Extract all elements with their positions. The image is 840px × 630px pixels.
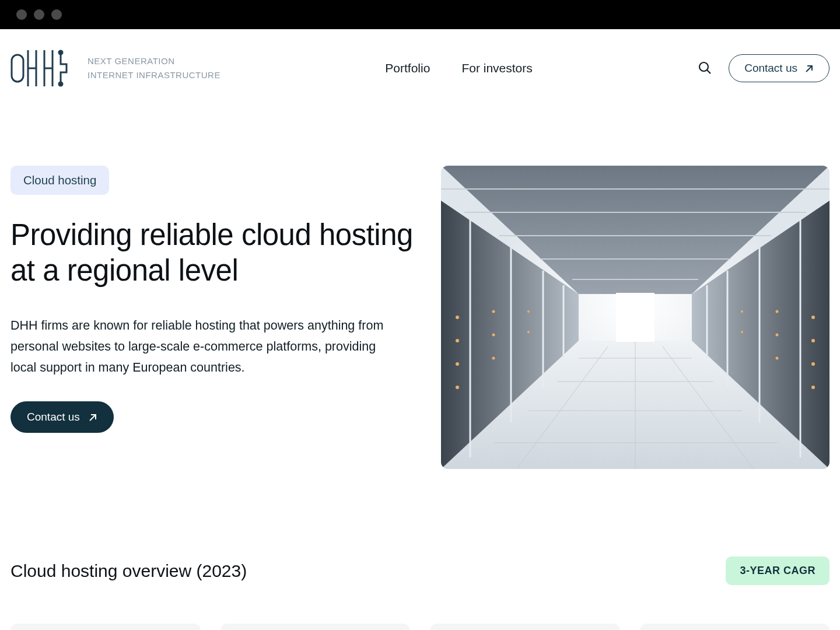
svg-point-54: [741, 310, 743, 313]
stat-card-italy: Italy: [220, 624, 411, 630]
logo-block: NEXT GENERATION INTERNET INFRASTRUCTURE: [10, 47, 220, 90]
stat-card-total-revenue: Total revenue: [10, 624, 201, 630]
svg-point-50: [811, 386, 815, 389]
hero-section: Cloud hosting Providing reliable cloud h…: [0, 90, 840, 469]
svg-point-48: [811, 339, 815, 342]
nav-investors[interactable]: For investors: [461, 61, 532, 75]
header-contact-button[interactable]: Contact us: [729, 54, 830, 82]
svg-point-51: [776, 310, 779, 313]
hero-description: DHH firms are known for reliable hosting…: [10, 315, 396, 378]
svg-point-8: [59, 82, 62, 86]
brand-logo[interactable]: [10, 47, 70, 90]
arrow-up-right-icon: [88, 412, 97, 422]
svg-point-9: [699, 62, 708, 71]
svg-point-53: [776, 357, 779, 360]
window-dot: [34, 9, 44, 20]
svg-point-41: [456, 386, 459, 389]
svg-line-11: [806, 66, 812, 72]
svg-point-39: [456, 339, 459, 342]
tagline-line-1: NEXT GENERATION: [88, 54, 220, 68]
stat-card-croatia: Croatia: [640, 624, 830, 630]
browser-chrome-bar: [0, 0, 840, 29]
window-dot: [51, 9, 62, 20]
header-actions: Contact us: [697, 54, 830, 82]
svg-line-12: [90, 415, 96, 421]
contact-label: Contact us: [27, 411, 80, 424]
svg-point-55: [741, 331, 743, 333]
contact-label: Contact us: [744, 62, 797, 75]
svg-rect-0: [12, 55, 23, 82]
search-button[interactable]: [697, 61, 712, 76]
svg-point-7: [59, 51, 62, 54]
svg-point-43: [492, 334, 495, 337]
window-dot: [16, 9, 27, 20]
hero-content: Cloud hosting Providing reliable cloud h…: [10, 166, 414, 433]
category-tag: Cloud hosting: [10, 166, 109, 195]
search-icon: [698, 61, 712, 76]
stat-card-slovenia: Slovenia: [430, 624, 620, 630]
svg-point-47: [811, 316, 815, 319]
tagline-line-2: INTERNET INFRASTRUCTURE: [88, 68, 220, 82]
hero-title: Providing reliable cloud hosting at a re…: [10, 217, 414, 288]
svg-point-46: [527, 331, 530, 333]
cagr-badge: 3-YEAR CAGR: [726, 556, 830, 585]
hero-media: [426, 166, 830, 469]
svg-point-45: [527, 310, 530, 313]
brand-tagline: NEXT GENERATION INTERNET INFRASTRUCTURE: [88, 54, 220, 82]
svg-line-10: [707, 70, 710, 74]
arrow-up-right-icon: [804, 64, 814, 73]
stat-cards-row: Total revenue Italy Slovenia Croatia: [10, 624, 830, 630]
svg-point-38: [456, 316, 459, 319]
svg-point-44: [492, 357, 495, 360]
nav-portfolio[interactable]: Portfolio: [385, 61, 430, 75]
overview-section: Cloud hosting overview (2023) 3-YEAR CAG…: [0, 469, 840, 630]
hero-contact-button[interactable]: Contact us: [10, 401, 114, 433]
svg-point-40: [456, 362, 459, 366]
svg-point-42: [492, 310, 495, 313]
svg-point-49: [811, 362, 815, 366]
overview-header: Cloud hosting overview (2023) 3-YEAR CAG…: [10, 556, 830, 585]
svg-rect-56: [616, 293, 654, 342]
primary-nav: Portfolio For investors: [385, 61, 532, 75]
overview-title: Cloud hosting overview (2023): [10, 561, 247, 581]
svg-point-52: [776, 334, 779, 337]
site-header: NEXT GENERATION INTERNET INFRASTRUCTURE …: [0, 29, 840, 90]
datacenter-image: [441, 166, 830, 469]
